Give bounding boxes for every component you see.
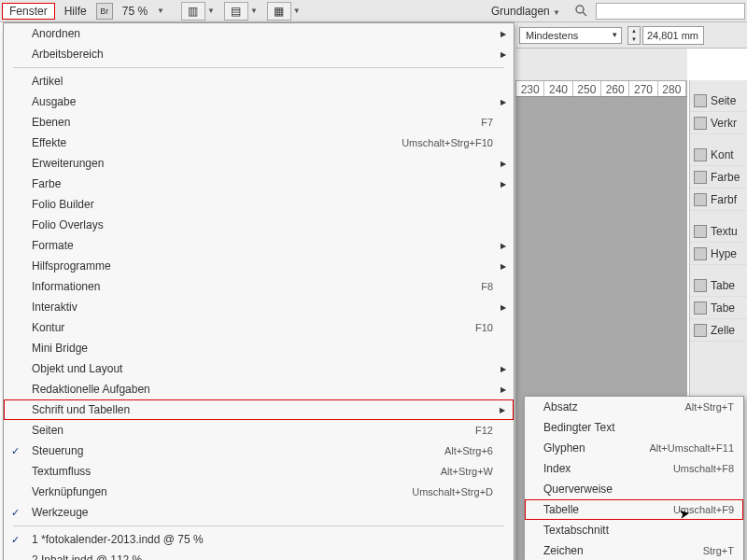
mi-ausgabe[interactable]: Ausgabe▶ bbox=[4, 91, 514, 112]
panel-zellenformate[interactable]: Zelle bbox=[690, 319, 747, 342]
panel-seiten[interactable]: Seite bbox=[690, 90, 747, 112]
submenu-arrow-icon: ▶ bbox=[500, 303, 506, 312]
menu-separator bbox=[13, 67, 504, 68]
stepper-field[interactable]: 24,801 mm bbox=[642, 26, 704, 45]
panel-textumfluss[interactable]: Textu bbox=[690, 220, 747, 243]
horizontal-ruler: 230 240 250 260 270 280 bbox=[515, 80, 687, 97]
mi-anordnen[interactable]: Anordnen▶ bbox=[4, 23, 514, 44]
mi-informationen[interactable]: InformationenF8 bbox=[4, 276, 514, 297]
mi-werkzeuge[interactable]: ✓Werkzeuge bbox=[4, 502, 514, 523]
menu-fenster[interactable]: Fenster bbox=[2, 3, 55, 20]
check-icon: ✓ bbox=[11, 507, 20, 519]
control-bar: Mindestens ▲▼ 24,801 mm bbox=[515, 22, 747, 49]
field-stepper: ▲▼ 24,801 mm bbox=[627, 26, 704, 45]
mi-arbeitsbereich[interactable]: Arbeitsbereich▶ bbox=[4, 44, 514, 64]
menu-hilfe[interactable]: Hilfe bbox=[57, 3, 94, 20]
check-icon: ✓ bbox=[11, 445, 20, 457]
bridge-icon[interactable]: Br bbox=[96, 3, 113, 20]
zoom-dropdown-icon[interactable]: ▼ bbox=[157, 7, 164, 15]
submenu-arrow-icon: ▶ bbox=[500, 180, 506, 189]
check-icon: ✓ bbox=[11, 534, 20, 546]
submenu-arrow-icon: ▶ bbox=[500, 160, 506, 168]
svg-point-0 bbox=[576, 6, 584, 13]
menu-separator bbox=[13, 525, 504, 526]
submenu-arrow-icon: ▶ bbox=[500, 242, 506, 250]
mi-erweiterungen[interactable]: Erweiterungen▶ bbox=[4, 153, 514, 174]
swatches-icon bbox=[694, 193, 707, 206]
submenu-arrow-icon: ▶ bbox=[500, 98, 506, 106]
panel-farbe[interactable]: Farbe bbox=[690, 166, 747, 189]
smi-zeichen[interactable]: ZeichenStrg+T bbox=[525, 540, 743, 560]
mi-seiten[interactable]: SeitenF12 bbox=[4, 420, 514, 441]
workspace-selector[interactable]: Grundlagen ▼ bbox=[484, 5, 568, 18]
search-input[interactable] bbox=[596, 3, 745, 20]
search-icon[interactable] bbox=[573, 3, 590, 20]
mi-minibridge[interactable]: Mini Bridge bbox=[4, 338, 514, 358]
mi-interaktiv[interactable]: Interaktiv▶ bbox=[4, 297, 514, 317]
top-menubar: Fenster Hilfe Br 75 % ▼ ▥ ▼ ▤ ▼ ▦ ▼ Grun… bbox=[0, 0, 747, 22]
submenu-arrow-icon: ▶ bbox=[500, 365, 506, 373]
panel-verknuepfungen[interactable]: Verkr bbox=[690, 112, 747, 134]
fenster-menu: Anordnen▶ Arbeitsbereich▶ Artikel Ausgab… bbox=[3, 22, 514, 560]
spacing-combo[interactable]: Mindestens bbox=[519, 27, 622, 44]
schrift-tabellen-submenu: AbsatzAlt+Strg+T Bedingter Text GlyphenA… bbox=[524, 396, 744, 560]
mi-foliooverlays[interactable]: Folio Overlays bbox=[4, 215, 514, 235]
hyperlink-icon bbox=[694, 247, 707, 260]
panel-tabellenformate[interactable]: Tabe bbox=[690, 297, 747, 319]
table-icon bbox=[694, 279, 707, 292]
view-options-button[interactable]: ▦ bbox=[267, 2, 291, 21]
smi-textabschnitt[interactable]: Textabschnitt bbox=[525, 520, 743, 540]
mi-doc1[interactable]: ✓1 *fotokalender-2013.indd @ 75 % bbox=[4, 529, 514, 550]
smi-index[interactable]: IndexUmschalt+F8 bbox=[525, 458, 743, 479]
mi-farbe[interactable]: Farbe▶ bbox=[4, 174, 514, 194]
mi-foliobuilder[interactable]: Folio Builder bbox=[4, 194, 514, 215]
panel-hyperlinks[interactable]: Hype bbox=[690, 243, 747, 265]
dropdown-icon[interactable]: ▼ bbox=[293, 7, 301, 15]
mi-hilfsprogramme[interactable]: Hilfsprogramme▶ bbox=[4, 256, 514, 276]
pages-icon bbox=[694, 94, 707, 107]
smi-glyphen[interactable]: GlyphenAlt+Umschalt+F11 bbox=[525, 438, 743, 458]
mouse-cursor-icon: ➤ bbox=[678, 505, 692, 522]
submenu-arrow-icon: ▶ bbox=[500, 406, 505, 414]
arrange-button[interactable]: ▤ bbox=[224, 2, 248, 21]
mi-kontur[interactable]: KonturF10 bbox=[4, 317, 514, 338]
color-icon bbox=[694, 171, 707, 184]
smi-absatz[interactable]: AbsatzAlt+Strg+T bbox=[525, 397, 743, 417]
panel-kontur[interactable]: Kont bbox=[690, 144, 747, 166]
mi-textumfluss[interactable]: TextumflussAlt+Strg+W bbox=[4, 461, 514, 482]
panel-tabelle[interactable]: Tabe bbox=[690, 274, 747, 297]
mi-ebenen[interactable]: EbenenF7 bbox=[4, 112, 514, 133]
smi-tabelle[interactable]: TabelleUmschalt+F9 bbox=[525, 499, 743, 520]
smi-querverweise[interactable]: Querverweise bbox=[525, 479, 743, 499]
mi-verknuepfungen[interactable]: VerknüpfungenUmschalt+Strg+D bbox=[4, 482, 514, 502]
svg-line-1 bbox=[583, 12, 586, 16]
submenu-arrow-icon: ▶ bbox=[500, 50, 506, 59]
screen-mode-button[interactable]: ▥ bbox=[181, 2, 205, 21]
mi-artikel[interactable]: Artikel bbox=[4, 71, 514, 91]
cellstyle-icon bbox=[694, 324, 707, 337]
mi-formate[interactable]: Formate▶ bbox=[4, 235, 514, 256]
textwrap-icon bbox=[694, 225, 707, 238]
mi-redaktionell[interactable]: Redaktionelle Aufgaben▶ bbox=[4, 379, 514, 399]
dropdown-icon[interactable]: ▼ bbox=[207, 7, 215, 15]
stroke-icon bbox=[694, 148, 707, 161]
submenu-arrow-icon: ▶ bbox=[500, 30, 506, 38]
mi-steuerung[interactable]: ✓SteuerungAlt+Strg+6 bbox=[4, 441, 514, 461]
dropdown-icon[interactable]: ▼ bbox=[250, 7, 258, 15]
submenu-arrow-icon: ▶ bbox=[500, 385, 506, 394]
secondary-bar-area bbox=[515, 49, 687, 80]
mi-effekte[interactable]: EffekteUmschalt+Strg+F10 bbox=[4, 133, 514, 153]
stepper-buttons[interactable]: ▲▼ bbox=[627, 26, 641, 45]
zoom-level[interactable]: 75 % bbox=[115, 5, 155, 18]
mi-doc2[interactable]: 2 Inhalt.indd @ 112 % bbox=[4, 550, 514, 560]
mi-objektlayout[interactable]: Objekt und Layout▶ bbox=[4, 358, 514, 379]
tablestyle-icon bbox=[694, 301, 707, 315]
panel-farbfelder[interactable]: Farbf bbox=[690, 189, 747, 211]
mi-schrift-tabellen[interactable]: Schrift und Tabellen▶ bbox=[4, 399, 514, 420]
submenu-arrow-icon: ▶ bbox=[500, 262, 506, 271]
links-icon bbox=[694, 117, 707, 130]
smi-bedingter-text[interactable]: Bedingter Text bbox=[525, 417, 743, 438]
